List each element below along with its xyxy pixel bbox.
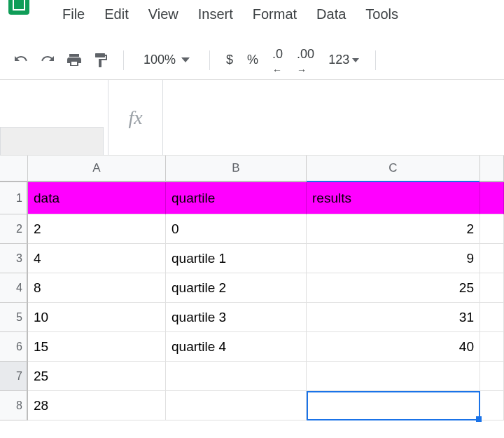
menu-view[interactable]: View — [139, 2, 188, 27]
column-header-a[interactable]: A — [28, 156, 166, 182]
cell[interactable]: 15 — [28, 332, 166, 362]
cell[interactable]: 25 — [307, 273, 480, 303]
cell[interactable]: 28 — [28, 391, 166, 420]
name-box[interactable] — [0, 80, 108, 155]
cell[interactable]: 9 — [307, 244, 480, 273]
toolbar-divider — [123, 50, 124, 70]
redo-icon[interactable] — [39, 52, 56, 69]
cell[interactable]: 0 — [166, 214, 307, 244]
cell[interactable]: 2 — [307, 214, 480, 244]
cell[interactable] — [480, 332, 504, 362]
toolbar-divider — [375, 50, 376, 70]
cell[interactable] — [480, 273, 504, 303]
menu-edit[interactable]: Edit — [94, 2, 138, 27]
cell[interactable] — [307, 362, 480, 391]
cell[interactable]: 25 — [28, 362, 166, 391]
menu-tools[interactable]: Tools — [356, 2, 408, 27]
column-header-b[interactable]: B — [166, 156, 307, 182]
undo-icon[interactable] — [13, 52, 29, 69]
row-header[interactable]: 7 — [0, 362, 28, 391]
menu-insert[interactable]: Insert — [188, 2, 243, 27]
menu-format[interactable]: Format — [243, 2, 307, 27]
toolbar-divider — [209, 50, 210, 70]
cell[interactable]: 4 — [28, 244, 166, 273]
cell[interactable]: results — [307, 182, 480, 214]
cell[interactable]: 31 — [307, 303, 480, 332]
cell[interactable]: 10 — [28, 303, 166, 332]
paint-format-icon[interactable] — [92, 52, 109, 69]
cell[interactable] — [480, 303, 504, 332]
menu-file[interactable]: File — [52, 2, 94, 27]
cell[interactable] — [480, 214, 504, 244]
sheets-logo — [8, 0, 29, 15]
toolbar: 100% $ % .0← .00→ 123 — [0, 41, 504, 80]
menu-data[interactable]: Data — [307, 2, 356, 27]
cell[interactable] — [480, 244, 504, 273]
decrease-decimal-button[interactable]: .0← — [270, 47, 285, 73]
menubar: File Edit View Insert Format Data Tools — [52, 2, 408, 27]
cell[interactable] — [480, 362, 504, 391]
fx-icon: fx — [108, 80, 163, 155]
arrow-left-icon: ← — [272, 64, 283, 76]
cell[interactable]: quartile 4 — [166, 332, 307, 362]
cell[interactable]: 40 — [307, 332, 480, 362]
currency-button[interactable]: $ — [224, 53, 235, 67]
cell[interactable] — [480, 391, 504, 420]
cell[interactable] — [307, 391, 480, 420]
grid-body: data quartile results 2 0 2 4 quartile 1… — [28, 182, 504, 420]
cell[interactable]: data — [28, 182, 166, 214]
select-all-corner[interactable] — [0, 156, 28, 182]
arrow-right-icon: → — [297, 64, 314, 76]
print-icon[interactable] — [66, 52, 83, 69]
cell[interactable]: quartile 1 — [166, 244, 307, 273]
column-header-d[interactable] — [480, 156, 504, 182]
formula-input[interactable] — [163, 80, 504, 155]
cell[interactable] — [480, 182, 504, 214]
increase-decimal-button[interactable]: .00→ — [295, 47, 316, 73]
row-header[interactable]: 3 — [0, 244, 28, 273]
row-header[interactable]: 8 — [0, 391, 28, 420]
row-header[interactable]: 2 — [0, 214, 28, 244]
row-header[interactable]: 5 — [0, 303, 28, 332]
cell[interactable]: quartile 3 — [166, 303, 307, 332]
cell[interactable]: quartile 2 — [166, 273, 307, 303]
row-header[interactable]: 1 — [0, 182, 28, 214]
zoom-value: 100% — [144, 53, 176, 67]
cell[interactable]: 2 — [28, 214, 166, 244]
spreadsheet-grid: A B C 1 2 3 4 5 6 7 8 data quartile resu… — [0, 156, 504, 420]
caret-down-icon — [181, 57, 190, 62]
formula-bar: fx — [0, 80, 504, 156]
column-header-c[interactable]: C — [307, 156, 480, 182]
number-format-dropdown[interactable]: 123 — [326, 53, 361, 67]
cell[interactable] — [166, 391, 307, 420]
zoom-dropdown[interactable]: 100% — [138, 53, 195, 67]
caret-down-icon — [352, 58, 359, 62]
row-header[interactable]: 4 — [0, 273, 28, 303]
cell[interactable]: quartile — [166, 182, 307, 214]
cell[interactable] — [166, 362, 307, 391]
row-header[interactable]: 6 — [0, 332, 28, 362]
cell[interactable]: 8 — [28, 273, 166, 303]
percent-button[interactable]: % — [245, 53, 260, 67]
